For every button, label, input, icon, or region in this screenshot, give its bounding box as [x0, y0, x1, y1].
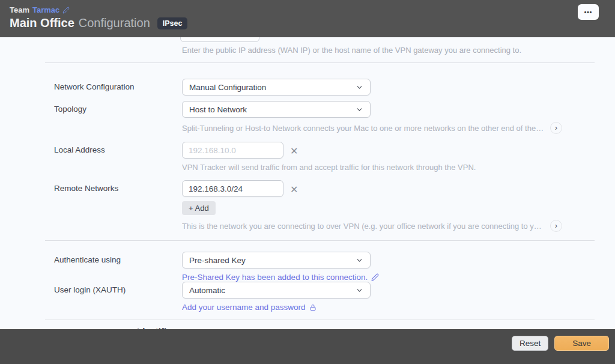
- authenticate-value: Pre-shared Key: [189, 256, 246, 265]
- edit-team-pencil-icon[interactable]: [62, 7, 70, 14]
- network-configuration-label: Network Configuration: [54, 79, 182, 91]
- expand-topology-help-button[interactable]: ›: [550, 122, 562, 134]
- chevron-right-icon: ›: [555, 124, 557, 132]
- action-bar: Reset Save: [0, 329, 615, 364]
- local-address-helper-text: VPN Tracker will send traffic from and a…: [182, 163, 615, 172]
- x-icon: ✕: [290, 146, 298, 156]
- reset-button[interactable]: Reset: [512, 336, 548, 351]
- chevron-down-icon: [356, 83, 363, 91]
- save-button[interactable]: Save: [554, 336, 609, 351]
- chevron-down-icon: [356, 256, 363, 264]
- xauth-label: User login (XAUTH): [54, 282, 182, 294]
- authenticate-label: Authenticate using: [54, 252, 182, 264]
- vpn-gateway-input-partial[interactable]: [180, 37, 259, 42]
- clear-remote-network-button[interactable]: ✕: [289, 183, 299, 195]
- network-configuration-row: Network Configuration Manual Configurati…: [54, 79, 615, 96]
- gateway-helper-text: Enter the public IP address (WAN IP) or …: [0, 37, 615, 55]
- authentication-section: Authenticate using Pre-shared Key Pre-Sh…: [0, 241, 615, 312]
- add-credentials-link[interactable]: Add your username and password: [182, 303, 615, 312]
- ellipsis-icon: •••: [584, 9, 593, 16]
- team-label: Team: [10, 5, 29, 14]
- chevron-right-icon: ›: [555, 222, 557, 229]
- section-divider: [45, 320, 595, 320]
- xauth-select[interactable]: Automatic: [182, 282, 371, 299]
- settings-scroll-area: Enter the public IP address (WAN IP) or …: [0, 37, 615, 329]
- remote-networks-row: Remote Networks ✕ + Add: [54, 180, 615, 215]
- local-address-input[interactable]: [182, 142, 283, 159]
- add-remote-network-button[interactable]: + Add: [182, 201, 216, 215]
- preshared-key-link[interactable]: Pre-Shared Key has been added to this co…: [182, 273, 615, 282]
- topology-row: Topology Host to Network: [54, 101, 615, 118]
- remote-network-input[interactable]: [182, 180, 283, 197]
- authenticate-select[interactable]: Pre-shared Key: [182, 252, 371, 268]
- local-address-row: Local Address ✕: [54, 142, 615, 159]
- clear-local-address-button[interactable]: ✕: [289, 144, 299, 156]
- topology-helper-text: Split-Tunneling or Host-to Network conne…: [182, 124, 544, 133]
- connection-title: Main Office Configuration IPsec: [10, 16, 605, 30]
- lock-icon: [309, 304, 317, 311]
- remote-networks-helper-text: This is the network you are connecting t…: [182, 222, 544, 231]
- remote-networks-helper-row: This is the network you are connecting t…: [182, 220, 562, 232]
- preshared-key-link-text: Pre-Shared Key has been added to this co…: [182, 273, 368, 282]
- connection-name: Main Office: [10, 16, 74, 30]
- network-settings-section: Network Configuration Manual Configurati…: [0, 63, 615, 232]
- network-configuration-value: Manual Configuration: [189, 83, 266, 92]
- chevron-down-icon: [356, 287, 363, 294]
- add-credentials-link-text: Add your username and password: [182, 303, 306, 312]
- protocol-badge: IPsec: [157, 17, 188, 29]
- topology-helper-row: Split-Tunneling or Host-to Network conne…: [182, 122, 562, 134]
- edit-pencil-icon: [371, 273, 379, 281]
- more-options-button[interactable]: •••: [578, 4, 599, 20]
- x-icon: ✕: [290, 184, 298, 195]
- topology-label: Topology: [54, 101, 182, 114]
- remote-networks-label: Remote Networks: [54, 180, 182, 193]
- team-name-link[interactable]: Tarmac: [32, 5, 59, 14]
- xauth-row: User login (XAUTH) Automatic: [54, 282, 615, 299]
- chevron-down-icon: [356, 106, 363, 114]
- local-address-label: Local Address: [54, 142, 182, 154]
- topology-value: Host to Network: [189, 105, 247, 114]
- xauth-value: Automatic: [189, 286, 225, 295]
- window-header: Team Tarmac Main Office Configuration IP…: [0, 0, 615, 37]
- network-configuration-select[interactable]: Manual Configuration: [182, 79, 371, 96]
- topology-select[interactable]: Host to Network: [182, 101, 371, 118]
- connection-title-suffix: Configuration: [79, 16, 150, 30]
- expand-remote-networks-help-button[interactable]: ›: [550, 220, 562, 232]
- authenticate-row: Authenticate using Pre-shared Key: [54, 252, 615, 268]
- team-breadcrumb: Team Tarmac: [10, 5, 605, 14]
